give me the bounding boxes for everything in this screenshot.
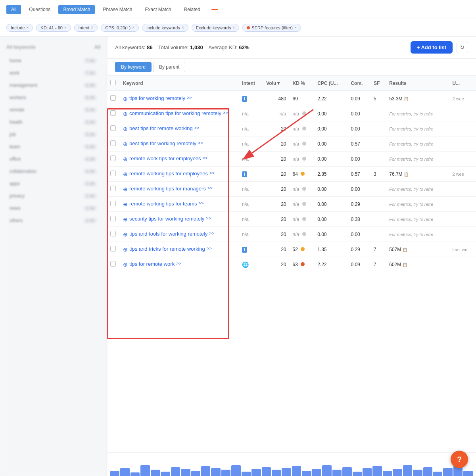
row-checkbox[interactable] (110, 246, 116, 251)
nav-all-button[interactable]: All (6, 5, 21, 14)
keyword-link[interactable]: ⊕security tips for working remotely >> (123, 216, 236, 223)
filter-cps-close[interactable]: × (132, 25, 134, 30)
add-to-list-button[interactable]: + Add to list (411, 41, 453, 54)
filter-serp-features[interactable]: SERP features (filter) × (242, 24, 301, 32)
volume-cell: 20 (263, 136, 289, 152)
keyword-cell: ⊕tips for working remotely >> (120, 91, 239, 106)
sidebar-item-news[interactable]: news 2.0K (3, 202, 104, 214)
row-checkbox[interactable] (110, 110, 116, 116)
filter-cps[interactable]: CPS: 0.20(+) × (101, 24, 139, 32)
keyword-link[interactable]: ⊕remote work tips for employees >> (123, 155, 236, 162)
keyword-link[interactable]: ⊕best tips for working remotely >> (123, 140, 236, 147)
chart-bar (443, 468, 452, 476)
sidebar-item-home[interactable]: home 7.0K (3, 55, 104, 67)
chart-bar (211, 468, 220, 476)
sidebar-item-collaboration[interactable]: collaboration 4.0K (3, 165, 104, 177)
nav-phrase-match-button[interactable]: Phrase Match (98, 5, 137, 14)
sidebar-item-job[interactable]: job 5.0K (3, 129, 104, 140)
row-checkbox[interactable] (110, 186, 116, 191)
filter-exclude-keywords[interactable]: Exclude keywords × (192, 24, 240, 32)
keyword-text: tips and tools for working remotely (129, 231, 207, 237)
kd-column-header[interactable]: KD % (290, 76, 315, 91)
sidebar-item-workers[interactable]: workers 6.0K (3, 92, 104, 104)
chart-bar (151, 470, 160, 476)
keyword-link[interactable]: ⊕tips for working remotely >> (123, 95, 236, 102)
keyword-link[interactable]: ⊕tips for remote work >> (123, 261, 236, 268)
chart-bar (120, 468, 129, 476)
sidebar-item-remote[interactable]: remote 5.0K (3, 104, 104, 116)
kd-cell: n/a (290, 227, 315, 242)
nav-exact-match-button[interactable]: Exact Match (140, 5, 176, 14)
filter-intent[interactable]: Intent × (74, 24, 98, 32)
sidebar-item-work[interactable]: work 7.0K (3, 67, 104, 79)
nav-related-button[interactable]: Related (179, 5, 205, 14)
row-checkbox[interactable] (110, 155, 116, 161)
cpc-column-header[interactable]: CPC (U... (314, 76, 347, 91)
filter-include-keywords[interactable]: Include keywords × (142, 24, 188, 32)
filter-kd[interactable]: KD: 41 - 60 × (36, 24, 71, 32)
com-cell: 0.29 (347, 242, 370, 257)
sf-column-header[interactable]: SF (370, 76, 386, 91)
filter-kd-close[interactable]: × (64, 25, 67, 30)
keyword-link[interactable]: ⊕best tips for remote working >> (123, 125, 236, 132)
sf-cell: 3 (370, 167, 386, 182)
select-all-checkbox[interactable] (110, 80, 116, 85)
keyword-link[interactable]: ⊕communication tips for working remotely… (123, 110, 236, 117)
keyword-cell: ⊕communication tips for working remotely… (120, 106, 239, 121)
row-checkbox[interactable] (110, 201, 116, 206)
kd-dot (301, 262, 305, 266)
sidebar-item-office[interactable]: office 4.0K (3, 153, 104, 165)
keyword-link[interactable]: ⊕remote working tips for managers >> (123, 186, 236, 192)
row-checkbox-cell (107, 197, 120, 212)
row-checkbox[interactable] (110, 95, 116, 101)
cpc-value: 0.00 (314, 197, 347, 212)
by-keyword-button[interactable]: By keyword (115, 62, 152, 72)
intent-cell: I (239, 167, 263, 182)
volume-value: 20 (281, 156, 286, 162)
table-row: ⊕communication tips for working remotely… (107, 106, 476, 121)
row-checkbox[interactable] (110, 125, 116, 131)
filter-include[interactable]: Include × (6, 24, 33, 32)
keyword-link[interactable]: ⊕remote working tips for employees >> (123, 171, 236, 177)
row-checkbox[interactable] (110, 171, 116, 176)
table-header-bar: All keywords: 86 Total volume: 1,030 Ave… (107, 36, 476, 59)
results-column-header[interactable]: Results (386, 76, 449, 91)
kd-na: n/a (293, 232, 299, 237)
refresh-button[interactable]: ↻ (457, 42, 468, 53)
row-checkbox[interactable] (110, 231, 116, 236)
row-checkbox[interactable] (110, 216, 116, 221)
sidebar-item-apps[interactable]: apps 3.0K (3, 178, 104, 190)
volume-column-header[interactable]: Volu▼ (263, 76, 289, 91)
sidebar-item-team[interactable]: team 5.0K (3, 141, 104, 153)
filter-intent-close[interactable]: × (91, 25, 93, 30)
keyword-column-header[interactable]: Keyword (120, 76, 239, 91)
filter-include-close[interactable]: × (26, 25, 29, 30)
filter-include-keywords-close[interactable]: × (182, 25, 184, 30)
filter-exclude-keywords-close[interactable]: × (232, 25, 235, 30)
sidebar-item-privacy[interactable]: privacy 2.0K (3, 190, 104, 202)
row-checkbox[interactable] (110, 261, 116, 267)
intent-column-header[interactable]: Intent (239, 76, 263, 91)
nav-broad-match-button[interactable]: Broad Match (58, 5, 95, 14)
filter-serp-features-label: SERP features (filter) (251, 25, 293, 30)
keywords-table: Keyword Intent Volu▼ KD % CPC (U... Com.… (107, 76, 476, 272)
results-cell: For metrics, try to refre (386, 152, 449, 167)
updated-column-header[interactable]: U... (449, 76, 476, 91)
com-column-header[interactable]: Com. (347, 76, 370, 91)
sidebar-item-management[interactable]: management 6.0K (3, 79, 104, 91)
keyword-link[interactable]: ⊕tips and tricks for remote working >> (123, 246, 236, 253)
help-button[interactable]: ? (451, 451, 468, 468)
add-keyword-icon: ⊕ (123, 261, 128, 268)
keyword-link[interactable]: ⊕remote working tips for teams >> (123, 201, 236, 207)
sidebar-item-health[interactable]: health 5.0K (3, 116, 104, 128)
results-cell: For metrics, try to refre (386, 227, 449, 242)
keyword-arrow: >> (207, 186, 213, 190)
row-checkbox[interactable] (110, 140, 116, 146)
sidebar-item-others[interactable]: others 2.0K (3, 215, 104, 226)
kd-dot (301, 96, 305, 100)
add-keyword-icon: ⊕ (123, 156, 128, 162)
by-parent-button[interactable]: By parent (153, 62, 185, 72)
keyword-link[interactable]: ⊕tips and tools for working remotely >> (123, 231, 236, 238)
nav-questions-button[interactable]: Questions (24, 5, 55, 14)
filter-serp-features-close[interactable]: × (294, 25, 297, 30)
